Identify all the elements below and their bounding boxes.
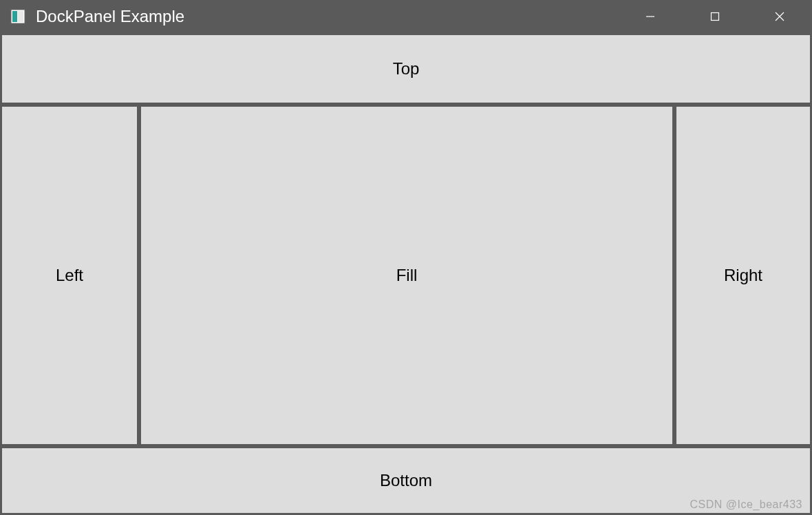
fill-panel: Fill: [140, 106, 673, 445]
titlebar: DockPanel Example: [0, 0, 812, 33]
left-panel-label: Left: [56, 266, 83, 285]
bottom-panel-label: Bottom: [380, 471, 432, 490]
right-panel-label: Right: [724, 266, 762, 285]
bottom-panel: Bottom: [1, 448, 811, 514]
svg-rect-4: [712, 13, 719, 21]
window-controls: [618, 0, 812, 33]
top-panel-label: Top: [393, 59, 420, 78]
fill-panel-label: Fill: [396, 266, 418, 285]
svg-rect-1: [12, 11, 17, 22]
left-panel: Left: [1, 106, 138, 445]
minimize-button[interactable]: [618, 0, 683, 33]
dock-panel: Top Left Fill Right Bottom: [0, 33, 812, 515]
app-icon: [10, 8, 26, 25]
window-title: DockPanel Example: [36, 7, 618, 26]
top-panel: Top: [1, 34, 811, 103]
middle-row: Left Fill Right: [1, 106, 811, 445]
close-button[interactable]: [747, 0, 812, 33]
svg-rect-2: [18, 11, 23, 22]
maximize-button[interactable]: [683, 0, 747, 33]
right-panel: Right: [676, 106, 811, 445]
